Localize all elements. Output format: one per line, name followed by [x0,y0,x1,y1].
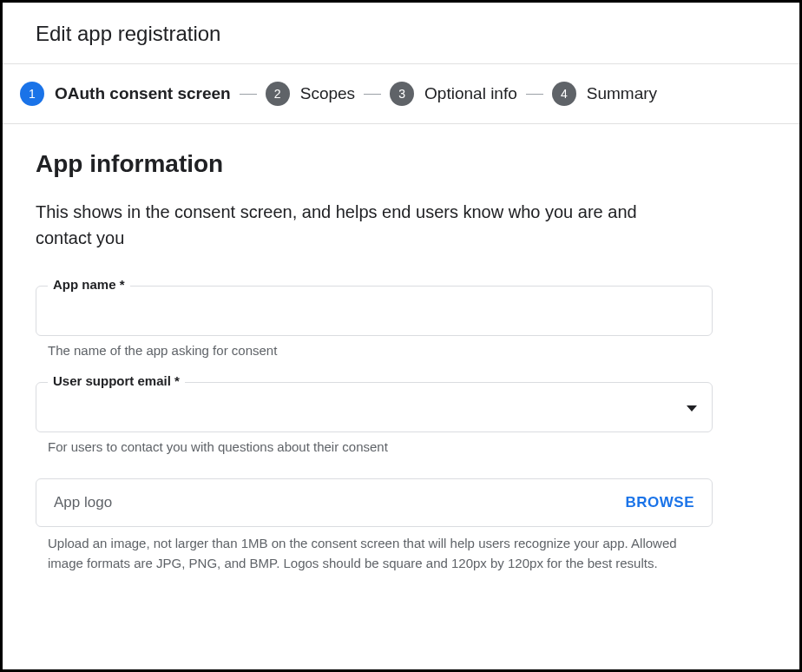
step-label-oauth: OAuth consent screen [55,84,231,103]
app-logo-helper: Upload an image, not larger than 1MB on … [36,534,713,573]
app-logo-field-group: App logo BROWSE Upload an image, not lar… [36,478,766,573]
step-summary[interactable]: 4 Summary [552,82,657,106]
step-number-1: 1 [20,82,44,106]
app-logo-field: App logo BROWSE [36,478,713,527]
section-description: This shows in the consent screen, and he… [36,199,695,251]
app-name-field-group: App name * The name of the app asking fo… [36,286,766,358]
stepper: 1 OAuth consent screen 2 Scopes 3 Option… [3,64,799,123]
step-oauth-consent[interactable]: 1 OAuth consent screen [20,82,231,106]
section-title: App information [36,150,766,178]
step-label-optional: Optional info [424,84,517,103]
step-optional-info[interactable]: 3 Optional info [390,82,517,106]
header: Edit app registration [3,3,799,63]
step-connector [364,94,381,95]
step-number-4: 4 [552,82,576,106]
app-logo-label: App logo [54,494,112,511]
step-connector [526,94,543,95]
support-email-field-group: User support email * For users to contac… [36,382,766,454]
app-name-input[interactable] [36,286,713,336]
support-email-label: User support email * [48,373,185,388]
step-connector [240,94,257,95]
page-title: Edit app registration [36,22,766,46]
browse-button[interactable]: BROWSE [626,494,695,511]
support-email-select[interactable] [36,382,713,432]
step-number-3: 3 [390,82,414,106]
app-name-helper: The name of the app asking for consent [36,343,766,358]
app-name-label: App name * [48,277,130,292]
support-email-select-wrapper [36,382,713,432]
step-label-summary: Summary [587,84,657,103]
content: App information This shows in the consen… [3,124,799,623]
app-registration-container: Edit app registration 1 OAuth consent sc… [0,0,802,672]
support-email-helper: For users to contact you with questions … [36,439,766,454]
step-number-2: 2 [266,82,290,106]
step-label-scopes: Scopes [300,84,355,103]
step-scopes[interactable]: 2 Scopes [266,82,355,106]
